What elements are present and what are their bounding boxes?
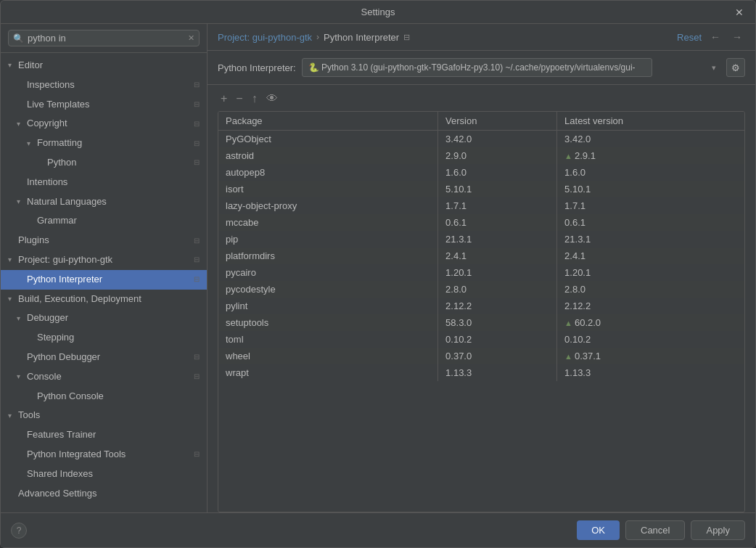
update-arrow-icon: ▲: [564, 319, 572, 327]
table-row[interactable]: lazy-object-proxy1.7.11.7.1: [218, 197, 744, 214]
sidebar-item-grammar[interactable]: Grammar: [1, 211, 207, 231]
sidebar-item-plugins[interactable]: Plugins ⊟: [1, 231, 207, 250]
sidebar-item-project[interactable]: Project: gui-python-gtk ⊟: [1, 250, 207, 270]
package-latest-version: 1.6.0: [557, 164, 744, 181]
sidebar-item-advanced[interactable]: Advanced Settings: [1, 484, 207, 504]
arrow-icon: [8, 293, 18, 305]
table-row[interactable]: pip21.3.121.3.1: [218, 231, 744, 248]
search-clear-button[interactable]: ✕: [188, 33, 194, 43]
sidebar-item-inspections[interactable]: Inspections ⊟: [1, 75, 207, 95]
package-version: 1.20.1: [438, 264, 557, 281]
breadcrumb-actions: Reset ← →: [677, 30, 745, 44]
table-row[interactable]: mccabe0.6.10.6.1: [218, 214, 744, 231]
settings-indicator-icon: ⊟: [194, 351, 200, 363]
show-package-button[interactable]: 👁: [263, 91, 281, 107]
table-row[interactable]: pycodestyle2.8.02.8.0: [218, 281, 744, 298]
search-bar: 🔍 ✕: [1, 24, 207, 53]
col-version: Version: [438, 112, 557, 131]
ok-button[interactable]: OK: [577, 520, 620, 540]
col-latest: Latest version: [557, 112, 744, 131]
sidebar-item-stepping[interactable]: Stepping: [1, 328, 207, 348]
sidebar-item-features-trainer[interactable]: Features Trainer: [1, 425, 207, 445]
arrow-icon: [8, 410, 18, 422]
sidebar-item-formatting[interactable]: Formatting ⊟: [1, 134, 207, 153]
main-panel: Project: gui-python-gtk › Python Interpr…: [208, 24, 755, 512]
package-name: pycairo: [218, 264, 438, 281]
sidebar-item-shared-indexes[interactable]: Shared Indexes: [1, 465, 207, 484]
table-row[interactable]: toml0.10.20.10.2: [218, 331, 744, 348]
interpreter-bar: Python Interpreter: 🐍 Python 3.10 (gui-p…: [208, 51, 755, 85]
breadcrumb-current: Python Interpreter: [324, 32, 399, 43]
interpreter-select[interactable]: 🐍 Python 3.10 (gui-python-gtk-T9GafoHz-p…: [302, 58, 652, 77]
package-version: 1.6.0: [438, 164, 557, 181]
sidebar-item-editor[interactable]: Editor: [1, 56, 207, 75]
cancel-button[interactable]: Cancel: [625, 520, 685, 540]
help-button[interactable]: ?: [11, 523, 27, 539]
back-button[interactable]: ←: [707, 30, 723, 44]
upgrade-package-button[interactable]: ↑: [249, 91, 260, 107]
sidebar-item-label: Tools: [18, 408, 40, 423]
content-area: 🔍 ✕ Editor Inspections ⊟ L: [1, 24, 755, 512]
package-name: pycodestyle: [218, 281, 438, 298]
package-version: 3.42.0: [438, 131, 557, 148]
package-version: 0.6.1: [438, 214, 557, 231]
arrow-icon: [27, 138, 37, 150]
table-row[interactable]: pycairo1.20.11.20.1: [218, 264, 744, 281]
interpreter-settings-button[interactable]: ⚙: [726, 58, 745, 77]
close-button[interactable]: ✕: [731, 5, 748, 20]
remove-package-button[interactable]: −: [233, 91, 245, 107]
forward-button[interactable]: →: [729, 30, 745, 44]
sidebar-item-python-integrated-tools[interactable]: Python Integrated Tools ⊟: [1, 445, 207, 465]
sidebar-item-copyright[interactable]: Copyright ⊟: [1, 114, 207, 134]
sidebar-item-label: Advanced Settings: [18, 486, 96, 502]
settings-dialog: Settings ✕ 🔍 ✕ Editor Inspec: [0, 0, 756, 548]
package-name: platformdirs: [218, 248, 438, 264]
search-input[interactable]: [28, 33, 188, 44]
table-row[interactable]: wrapt1.13.31.13.3: [218, 364, 744, 381]
sidebar-item-live-templates[interactable]: Live Templates ⊟: [1, 95, 207, 115]
package-version: 58.3.0: [438, 314, 557, 331]
package-name: setuptools: [218, 314, 438, 331]
dialog-title: Settings: [361, 7, 395, 17]
arrow-icon: [8, 254, 18, 266]
update-arrow-icon: ▲: [564, 152, 572, 160]
sidebar-item-python-console[interactable]: Python Console: [1, 387, 207, 406]
footer-actions: OK Cancel Apply: [577, 520, 745, 540]
sidebar-item-natural-languages[interactable]: Natural Languages: [1, 192, 207, 212]
table-row[interactable]: pylint2.12.22.12.2: [218, 298, 744, 314]
table-row[interactable]: setuptools58.3.0▲60.2.0: [218, 314, 744, 331]
settings-indicator-icon: ⊟: [194, 118, 200, 130]
sidebar-item-python-interpreter[interactable]: Python Interpreter ⊟: [1, 270, 207, 290]
table-row[interactable]: isort5.10.15.10.1: [218, 181, 744, 197]
interpreter-label: Python Interpreter:: [218, 62, 296, 73]
sidebar-item-tools[interactable]: Tools: [1, 406, 207, 425]
package-latest-version: 1.13.3: [557, 364, 744, 381]
breadcrumb-parent[interactable]: Project: gui-python-gtk: [218, 32, 312, 43]
package-name: pylint: [218, 298, 438, 314]
sidebar-item-python-debugger[interactable]: Python Debugger ⊟: [1, 348, 207, 367]
package-version: 0.10.2: [438, 331, 557, 348]
table-row[interactable]: PyGObject3.42.03.42.0: [218, 131, 744, 148]
apply-button[interactable]: Apply: [691, 520, 745, 540]
sidebar-item-console[interactable]: Console ⊟: [1, 367, 207, 387]
table-row[interactable]: astroid2.9.0▲2.9.1: [218, 147, 744, 164]
package-version: 2.4.1: [438, 248, 557, 264]
sidebar-item-build[interactable]: Build, Execution, Deployment: [1, 290, 207, 309]
add-package-button[interactable]: +: [218, 91, 230, 107]
table-row[interactable]: wheel0.37.0▲0.37.1: [218, 348, 744, 364]
reset-button[interactable]: Reset: [677, 32, 702, 43]
package-name: lazy-object-proxy: [218, 197, 438, 214]
sidebar-item-debugger[interactable]: Debugger: [1, 308, 207, 328]
package-latest-version: 1.7.1: [557, 197, 744, 214]
package-version: 0.37.0: [438, 348, 557, 364]
sidebar-item-python-fmt[interactable]: Python ⊟: [1, 153, 207, 173]
sidebar-item-label: Build, Execution, Deployment: [18, 292, 141, 307]
table-row[interactable]: platformdirs2.4.12.4.1: [218, 248, 744, 264]
sidebar-item-intentions[interactable]: Intentions: [1, 173, 207, 192]
package-name: PyGObject: [218, 131, 438, 148]
arrow-icon: [17, 196, 27, 208]
table-row[interactable]: autopep81.6.01.6.0: [218, 164, 744, 181]
package-version: 2.8.0: [438, 281, 557, 298]
sidebar-item-label: Inspections: [27, 78, 75, 93]
package-latest-version: 2.8.0: [557, 281, 744, 298]
